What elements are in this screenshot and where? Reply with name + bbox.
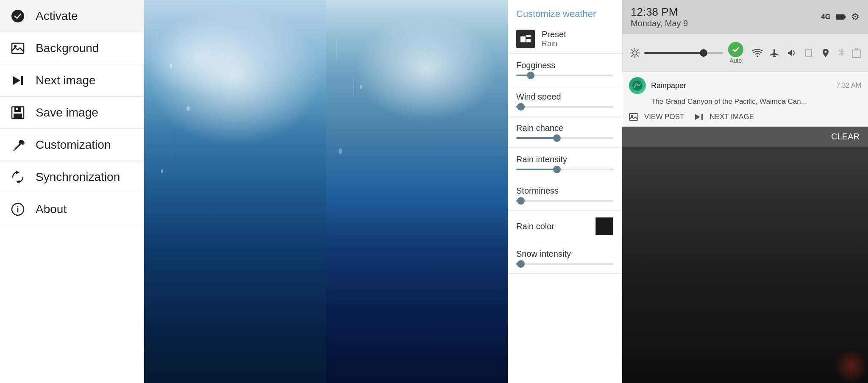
sidebar-label-activate: Activate bbox=[36, 9, 78, 23]
notif-header: Rainpaper 7:32 AM bbox=[622, 72, 868, 97]
view-post-label: VIEW POST bbox=[644, 113, 684, 121]
svg-rect-7 bbox=[14, 114, 22, 118]
auto-label: Auto bbox=[730, 57, 742, 64]
sidebar-item-next-image[interactable]: Next image bbox=[0, 64, 144, 97]
fogginess-slider-track[interactable] bbox=[516, 75, 613, 76]
sidebar-item-background[interactable]: Background bbox=[0, 32, 144, 64]
svg-rect-33 bbox=[852, 50, 861, 58]
svg-point-29 bbox=[757, 56, 758, 57]
svg-point-39 bbox=[635, 83, 637, 86]
sidebar-item-synchronization[interactable]: Synchronization bbox=[0, 161, 144, 193]
sidebar-item-save-image[interactable]: Save image bbox=[0, 97, 144, 129]
preset-label: Preset bbox=[542, 30, 566, 39]
screen-rotation-icon[interactable] bbox=[804, 48, 814, 58]
notification-card: Rainpaper 7:32 AM The Grand Canyon of th… bbox=[622, 72, 868, 127]
rain-intensity-slider-fill bbox=[516, 169, 557, 170]
brightness-thumb[interactable] bbox=[700, 49, 707, 57]
auto-toggle[interactable]: Auto bbox=[728, 42, 743, 64]
notif-app-name: Rainpaper bbox=[651, 81, 686, 90]
customize-title: Customize weather bbox=[508, 0, 622, 25]
brightness-fill bbox=[644, 52, 704, 54]
storminess-label: Storminess bbox=[516, 186, 613, 196]
signal-icon: 4G bbox=[821, 13, 831, 21]
image-panel-right bbox=[326, 0, 508, 383]
status-icons: 4G ⚙ bbox=[821, 11, 860, 22]
location-icon[interactable] bbox=[821, 48, 831, 58]
fogginess-label: Fogginess bbox=[516, 61, 613, 70]
next-image-button[interactable]: NEXT IMAGE bbox=[694, 113, 754, 121]
brightness-icon bbox=[629, 47, 641, 59]
control-storminess: Storminess bbox=[508, 179, 622, 211]
storminess-slider-track[interactable] bbox=[516, 200, 613, 202]
skip-next-icon bbox=[10, 73, 25, 88]
rain-chance-slider-track[interactable] bbox=[516, 137, 613, 139]
rain-intensity-slider-track[interactable] bbox=[516, 169, 613, 170]
snow-intensity-slider-track[interactable] bbox=[516, 263, 613, 265]
control-wind-speed: Wind speed bbox=[508, 85, 622, 117]
svg-marker-30 bbox=[788, 50, 792, 56]
image-icon bbox=[10, 41, 25, 56]
sidebar: Activate Background Next image bbox=[0, 0, 144, 383]
quick-toggle-icons bbox=[752, 47, 861, 58]
status-time: 12:38 PM bbox=[631, 6, 688, 19]
sidebar-item-customization[interactable]: Customization bbox=[0, 129, 144, 161]
notif-body: The Grand Canyon of the Pacific, Waimea … bbox=[622, 97, 868, 109]
svg-marker-11 bbox=[16, 180, 19, 183]
rain-color-swatch[interactable] bbox=[595, 217, 613, 235]
rain-chance-slider-thumb[interactable] bbox=[553, 134, 561, 142]
control-rain-chance: Rain chance bbox=[508, 117, 622, 148]
svg-rect-31 bbox=[806, 49, 812, 57]
clear-button[interactable]: CLEAR bbox=[622, 127, 868, 147]
svg-rect-1 bbox=[12, 43, 24, 53]
svg-marker-10 bbox=[16, 171, 19, 174]
preset-value: Rain bbox=[542, 39, 566, 48]
rain-color-row[interactable]: Rain color bbox=[508, 211, 622, 242]
svg-point-20 bbox=[633, 51, 637, 55]
control-rain-intensity: Rain intensity bbox=[508, 148, 622, 179]
sidebar-item-activate[interactable]: Activate bbox=[0, 0, 144, 32]
customize-panel: Customize weather Preset Rain Fogginess … bbox=[508, 0, 622, 383]
settings-gear-icon[interactable]: ⚙ bbox=[851, 11, 860, 22]
svg-rect-40 bbox=[629, 114, 638, 120]
rain-chance-label: Rain chance bbox=[516, 123, 613, 133]
storminess-slider-thumb[interactable] bbox=[517, 197, 525, 205]
airplane-icon[interactable] bbox=[770, 48, 780, 58]
svg-text:i: i bbox=[17, 205, 19, 214]
svg-point-38 bbox=[632, 80, 643, 91]
svg-line-27 bbox=[637, 49, 639, 50]
notif-actions: VIEW POST NEXT IMAGE bbox=[622, 109, 868, 126]
check-circle-icon bbox=[10, 8, 25, 24]
bluetooth-icon[interactable] bbox=[837, 48, 845, 58]
fogginess-slider-thumb[interactable] bbox=[527, 72, 534, 79]
svg-marker-42 bbox=[695, 114, 700, 120]
dark-background bbox=[622, 147, 868, 383]
preset-row[interactable]: Preset Rain bbox=[508, 25, 622, 54]
brightness-slider-track[interactable] bbox=[644, 52, 723, 54]
sidebar-label-next-image: Next image bbox=[36, 74, 96, 87]
wifi-icon[interactable] bbox=[752, 48, 763, 58]
svg-rect-4 bbox=[21, 76, 23, 85]
wind-speed-slider-track[interactable] bbox=[516, 106, 613, 108]
delete-icon[interactable] bbox=[852, 47, 861, 58]
svg-point-0 bbox=[11, 10, 24, 22]
svg-rect-19 bbox=[844, 16, 846, 18]
rain-drops-right bbox=[326, 0, 508, 383]
wind-speed-slider-thumb[interactable] bbox=[517, 103, 525, 111]
volume-icon[interactable] bbox=[787, 48, 797, 58]
right-panel: 12:38 PM Monday, May 9 4G ⚙ bbox=[622, 0, 868, 383]
svg-rect-43 bbox=[701, 114, 703, 120]
snow-intensity-slider-thumb[interactable] bbox=[517, 260, 525, 268]
svg-point-9 bbox=[14, 149, 15, 150]
wind-speed-label: Wind speed bbox=[516, 92, 613, 102]
svg-line-28 bbox=[632, 55, 633, 56]
battery-icon bbox=[836, 14, 846, 20]
rain-intensity-slider-thumb[interactable] bbox=[553, 166, 561, 173]
sidebar-label-synchronization: Synchronization bbox=[36, 170, 120, 184]
sidebar-item-about[interactable]: i About bbox=[0, 193, 144, 225]
brightness-control bbox=[629, 47, 723, 59]
sync-icon bbox=[10, 169, 25, 185]
control-snow-intensity: Snow intensity bbox=[508, 242, 622, 274]
rain-intensity-label: Rain intensity bbox=[516, 155, 613, 164]
view-post-button[interactable]: VIEW POST bbox=[629, 113, 684, 121]
clear-label: CLEAR bbox=[831, 132, 860, 141]
